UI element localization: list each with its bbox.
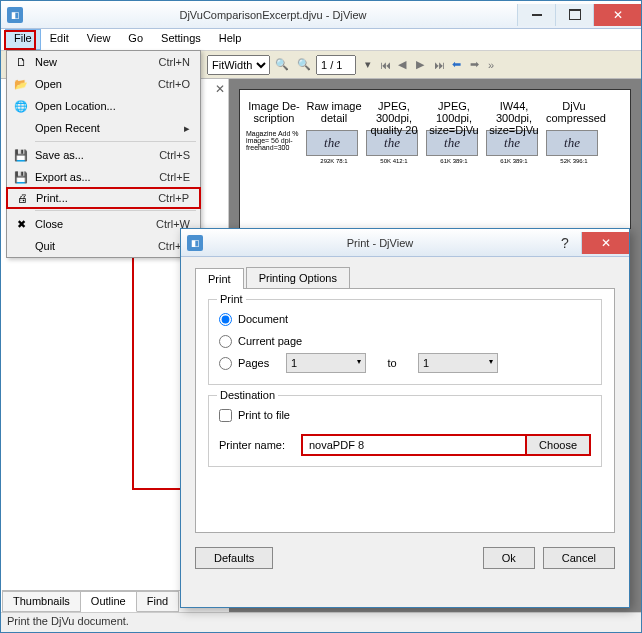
menu-edit[interactable]: Edit bbox=[41, 29, 78, 50]
page-to-select[interactable]: 1 bbox=[418, 353, 498, 373]
label-to: to bbox=[372, 357, 412, 369]
last-page-icon[interactable]: ⏭ bbox=[434, 59, 450, 71]
dialog-titlebar: ◧ Print - DjView ? bbox=[181, 229, 629, 257]
print-icon: 🖨 bbox=[12, 190, 32, 206]
col-meta: 61K 389:1 bbox=[486, 158, 542, 164]
choose-printer-button[interactable]: Choose bbox=[527, 434, 591, 456]
menu-help[interactable]: Help bbox=[210, 29, 251, 50]
menu-item-close[interactable]: ✖CloseCtrl+W bbox=[7, 213, 200, 235]
col-meta: 52K 396:1 bbox=[546, 158, 602, 164]
close-icon: ✖ bbox=[11, 216, 31, 232]
help-icon[interactable]: ? bbox=[551, 235, 579, 251]
col-meta: 292K 78:1 bbox=[306, 158, 362, 164]
printer-name-field: novaPDF 8 bbox=[301, 434, 527, 456]
group-legend: Destination bbox=[217, 389, 278, 401]
overflow-icon[interactable]: » bbox=[488, 59, 504, 71]
menu-item-open-recent[interactable]: Open Recent▸ bbox=[7, 117, 200, 139]
page-input[interactable] bbox=[316, 55, 356, 75]
menu-item-quit[interactable]: QuitCtrl+Q bbox=[7, 235, 200, 257]
globe-icon: 🌐 bbox=[11, 98, 31, 114]
tab-find[interactable]: Find bbox=[137, 591, 179, 612]
col-header: DjVu compressed bbox=[546, 100, 602, 130]
label-pages: Pages bbox=[238, 357, 280, 369]
menu-view[interactable]: View bbox=[78, 29, 120, 50]
zoom-out-icon[interactable]: 🔍 bbox=[294, 55, 314, 75]
statusbar: Print the DjVu document. bbox=[1, 612, 641, 632]
ok-button[interactable]: Ok bbox=[483, 547, 535, 569]
col-header: JPEG, 100dpi, size=DjVu bbox=[426, 100, 482, 130]
tab-thumbnails[interactable]: Thumbnails bbox=[2, 591, 81, 612]
radio-document[interactable] bbox=[219, 313, 232, 326]
menu-item-new[interactable]: 🗋NewCtrl+N bbox=[7, 51, 200, 73]
close-button[interactable] bbox=[593, 4, 641, 26]
col-header: IW44, 300dpi, size=DjVu bbox=[486, 100, 542, 130]
page-from-select[interactable]: 1 bbox=[286, 353, 366, 373]
label-print-to-file: Print to file bbox=[238, 409, 290, 421]
check-print-to-file[interactable] bbox=[219, 409, 232, 422]
dialog-close-button[interactable] bbox=[581, 232, 629, 254]
menu-settings[interactable]: Settings bbox=[152, 29, 210, 50]
label-printer-name: Printer name: bbox=[219, 439, 301, 451]
chevron-down-icon[interactable]: ▾ bbox=[358, 55, 378, 75]
file-menu-dropdown: 🗋NewCtrl+N 📂OpenCtrl+O 🌐Open Location...… bbox=[6, 50, 201, 258]
app-icon: ◧ bbox=[7, 7, 23, 23]
label-document: Document bbox=[238, 313, 288, 325]
print-panel: Print Document Current page Pages 1 to 1… bbox=[195, 289, 615, 533]
dialog-title: Print - DjView bbox=[209, 237, 551, 249]
tab-outline[interactable]: Outline bbox=[81, 591, 137, 612]
radio-pages[interactable] bbox=[219, 357, 232, 370]
menu-go[interactable]: Go bbox=[119, 29, 152, 50]
zoom-in-icon[interactable]: 🔍 bbox=[272, 55, 292, 75]
new-icon: 🗋 bbox=[11, 54, 31, 70]
tab-print[interactable]: Print bbox=[195, 268, 244, 289]
col-meta: 50K 412:1 bbox=[366, 158, 422, 164]
radio-current-page[interactable] bbox=[219, 335, 232, 348]
col-meta: 61K 389:1 bbox=[426, 158, 482, 164]
first-page-icon[interactable]: ⏮ bbox=[380, 59, 396, 71]
tab-printing-options[interactable]: Printing Options bbox=[246, 267, 350, 288]
destination-group: Destination Print to file Printer name: … bbox=[208, 395, 602, 467]
menu-item-open[interactable]: 📂OpenCtrl+O bbox=[7, 73, 200, 95]
forward-icon[interactable]: ➡ bbox=[470, 58, 486, 71]
next-page-icon[interactable]: ▶ bbox=[416, 58, 432, 71]
back-icon[interactable]: ⬅ bbox=[452, 58, 468, 71]
sample-thumb: the bbox=[546, 130, 598, 156]
print-range-group: Print Document Current page Pages 1 to 1 bbox=[208, 299, 602, 385]
col-meta: Magazine Add % image= 56 dpi-freehand=30… bbox=[246, 130, 302, 156]
prev-page-icon[interactable]: ◀ bbox=[398, 58, 414, 71]
col-header: JPEG, 300dpi, quality 20 bbox=[366, 100, 422, 130]
menu-item-save-as[interactable]: 💾Save as...Ctrl+S bbox=[7, 144, 200, 166]
submenu-arrow-icon: ▸ bbox=[184, 122, 190, 135]
titlebar: ◧ DjVuComparisonExcerpt.djvu - DjView bbox=[1, 1, 641, 29]
col-header: Raw image detail bbox=[306, 100, 362, 130]
dialog-buttons: Defaults Ok Cancel bbox=[195, 547, 615, 569]
menu-item-open-location[interactable]: 🌐Open Location... bbox=[7, 95, 200, 117]
menu-separator bbox=[35, 141, 196, 142]
document-page: Image De-scriptionMagazine Add % image= … bbox=[239, 89, 631, 229]
annotation-file-highlight bbox=[4, 30, 36, 50]
print-dialog: ◧ Print - DjView ? Print Printing Option… bbox=[180, 228, 630, 608]
menu-separator bbox=[35, 210, 196, 211]
export-icon: 💾 bbox=[11, 169, 31, 185]
col-header: Image De-scription bbox=[246, 100, 302, 130]
minimize-button[interactable] bbox=[517, 4, 555, 26]
save-icon: 💾 bbox=[11, 147, 31, 163]
menubar: File Edit View Go Settings Help bbox=[1, 29, 641, 51]
open-icon: 📂 bbox=[11, 76, 31, 92]
label-current-page: Current page bbox=[238, 335, 302, 347]
cancel-button[interactable]: Cancel bbox=[543, 547, 615, 569]
group-legend: Print bbox=[217, 293, 246, 305]
app-icon: ◧ bbox=[187, 235, 203, 251]
maximize-button[interactable] bbox=[555, 4, 593, 26]
sidebar-close-icon[interactable]: ✕ bbox=[215, 82, 225, 96]
menu-item-export-as[interactable]: 💾Export as...Ctrl+E bbox=[7, 166, 200, 188]
zoom-mode-select[interactable]: FitWidth bbox=[207, 55, 270, 75]
window-title: DjVuComparisonExcerpt.djvu - DjView bbox=[29, 9, 517, 21]
defaults-button[interactable]: Defaults bbox=[195, 547, 273, 569]
dialog-tabs: Print Printing Options bbox=[195, 267, 615, 289]
sample-thumb: the bbox=[306, 130, 358, 156]
menu-item-print[interactable]: 🖨Print...Ctrl+P bbox=[6, 187, 201, 209]
